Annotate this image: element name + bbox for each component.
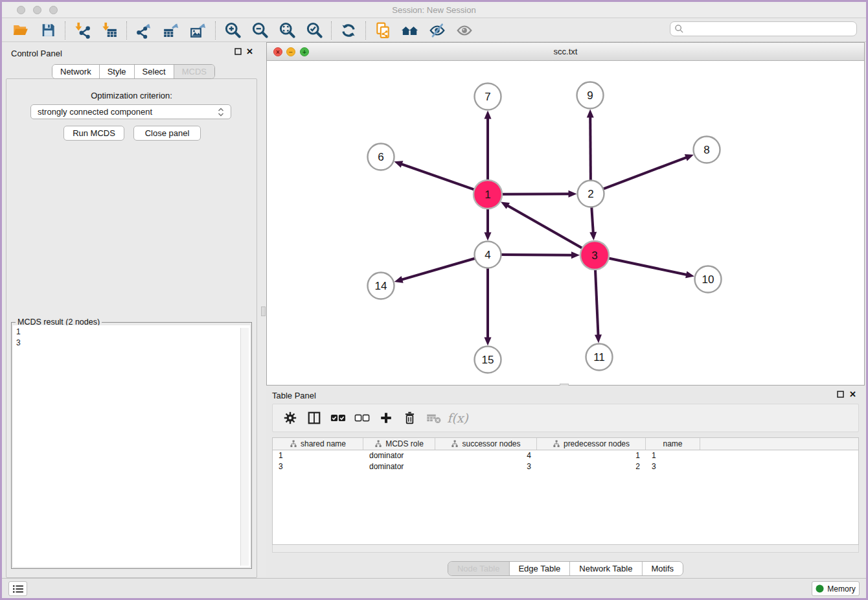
search-input[interactable]: [684, 23, 856, 35]
tab-node-table[interactable]: Node Table: [448, 562, 510, 575]
export-image-button[interactable]: [185, 20, 212, 41]
graph-node[interactable]: 7: [475, 84, 501, 110]
memory-button[interactable]: Memory: [812, 581, 860, 596]
table-row[interactable]: 1 dominator 4 1 1: [273, 450, 858, 461]
deselect-all-rows-button[interactable]: [350, 407, 374, 429]
tab-style[interactable]: Style: [100, 65, 135, 78]
graph-node[interactable]: 14: [368, 273, 394, 299]
node-table[interactable]: shared name MCDS role successor nodes pr…: [272, 437, 859, 545]
graph-edge[interactable]: [501, 202, 582, 248]
column-selector-button[interactable]: [302, 407, 326, 429]
result-scrollbar[interactable]: [240, 328, 249, 566]
criterion-dropdown[interactable]: strongly connected component: [30, 104, 231, 119]
refresh-view-button[interactable]: [335, 20, 362, 41]
graph-edge[interactable]: [501, 251, 580, 259]
task-history-button[interactable]: [8, 581, 27, 596]
import-network-button[interactable]: [69, 20, 96, 41]
memory-status-icon: [816, 584, 824, 593]
save-session-button[interactable]: [34, 20, 62, 41]
float-window-icon[interactable]: [837, 391, 844, 399]
column-header-predecessor-nodes[interactable]: predecessor nodes: [537, 438, 646, 450]
graph-edge[interactable]: [394, 161, 474, 189]
result-line: 3: [16, 338, 250, 349]
show-graphics-details-button[interactable]: [451, 20, 478, 41]
import-network-icon: [74, 22, 91, 39]
hide-graphics-details-button[interactable]: [424, 20, 451, 41]
run-mcds-button[interactable]: Run MCDS: [63, 126, 124, 141]
network-window-titlebar[interactable]: × − + scc.txt: [267, 43, 864, 61]
graph-node[interactable]: 15: [475, 347, 501, 373]
column-header-name[interactable]: name: [646, 438, 700, 450]
tab-motifs[interactable]: Motifs: [642, 562, 683, 575]
mcds-result-groupbox: MCDS result (2 nodes) 1 3: [11, 322, 252, 569]
delete-table-button[interactable]: [422, 407, 446, 429]
mcds-result-list[interactable]: 1 3: [13, 325, 250, 567]
tab-edge-table[interactable]: Edge Table: [509, 562, 570, 575]
graph-node[interactable]: 1: [474, 180, 502, 209]
tab-select[interactable]: Select: [135, 65, 174, 78]
column-header-shared-name[interactable]: shared name: [273, 438, 363, 450]
zoom-selected-button[interactable]: [301, 20, 328, 41]
zoom-fit-button[interactable]: [273, 20, 301, 41]
search-box[interactable]: [670, 21, 857, 36]
table-toolbar: f(x): [272, 404, 859, 432]
tab-network-table[interactable]: Network Table: [570, 562, 642, 575]
close-icon[interactable]: ✕: [849, 391, 856, 398]
column-header-successor-nodes[interactable]: successor nodes: [435, 438, 537, 450]
vertical-splitter[interactable]: [261, 42, 266, 582]
clone-network-button[interactable]: [369, 20, 396, 41]
tab-network[interactable]: Network: [52, 65, 100, 78]
graph-node[interactable]: 2: [578, 181, 604, 207]
graph-edge[interactable]: [485, 111, 492, 181]
graph-edge[interactable]: [394, 259, 475, 283]
first-neighbors-button[interactable]: [396, 20, 424, 41]
graph-edge[interactable]: [502, 190, 577, 198]
graph-node[interactable]: 10: [695, 266, 722, 293]
graph-edge[interactable]: [485, 268, 492, 346]
column-type-icon: [290, 440, 297, 448]
column-label: name: [663, 439, 682, 448]
delete-row-button[interactable]: [398, 407, 422, 429]
graph-node[interactable]: 11: [586, 344, 613, 371]
graph-node[interactable]: 4: [475, 242, 501, 268]
export-network-button[interactable]: [130, 20, 157, 41]
zoom-out-button[interactable]: [246, 20, 273, 41]
graph-edge[interactable]: [603, 154, 694, 189]
zoom-in-button[interactable]: [219, 20, 246, 41]
network-canvas[interactable]: 7968124314101511: [267, 61, 864, 385]
column-header-mcds-role[interactable]: MCDS role: [363, 438, 435, 450]
graph-edge[interactable]: [485, 209, 492, 241]
graph-edge[interactable]: [587, 109, 594, 180]
hide-details-eye-icon: [429, 22, 446, 39]
graph-node[interactable]: 9: [577, 82, 604, 109]
close-icon[interactable]: ✕: [246, 48, 253, 56]
table-row[interactable]: 3 dominator 3 2 3: [273, 461, 858, 472]
table-settings-button[interactable]: [278, 407, 302, 429]
toolbar-separator: [65, 21, 65, 40]
graph-edge[interactable]: [595, 270, 602, 343]
graph-edge[interactable]: [609, 259, 694, 279]
graph-node-label: 15: [482, 354, 494, 366]
graph-node[interactable]: 3: [580, 241, 609, 270]
import-table-button[interactable]: [96, 20, 123, 41]
add-row-button[interactable]: [374, 407, 398, 429]
graph-node[interactable]: 8: [694, 137, 720, 163]
tab-mcds[interactable]: MCDS: [174, 65, 214, 78]
graph-edge[interactable]: [589, 207, 597, 240]
result-line: 1: [16, 327, 250, 338]
close-panel-button[interactable]: Close panel: [133, 126, 201, 141]
zoom-out-icon: [251, 21, 269, 39]
toolbar-separator: [215, 21, 216, 40]
float-window-icon[interactable]: [234, 48, 242, 56]
cell-mcds-role: dominator: [363, 461, 435, 472]
table-horizontal-scrollbar[interactable]: [272, 545, 859, 553]
export-table-button[interactable]: [157, 20, 185, 41]
toolbar-separator: [331, 21, 332, 40]
network-canvas-svg[interactable]: 7968124314101511: [267, 61, 864, 385]
select-all-rows-button[interactable]: [326, 407, 350, 429]
graph-node[interactable]: 6: [368, 144, 394, 170]
splitter-handle[interactable]: [261, 306, 266, 316]
graph-node-label: 3: [591, 249, 597, 262]
open-session-button[interactable]: [7, 20, 34, 41]
function-builder-button[interactable]: f(x): [446, 407, 470, 429]
